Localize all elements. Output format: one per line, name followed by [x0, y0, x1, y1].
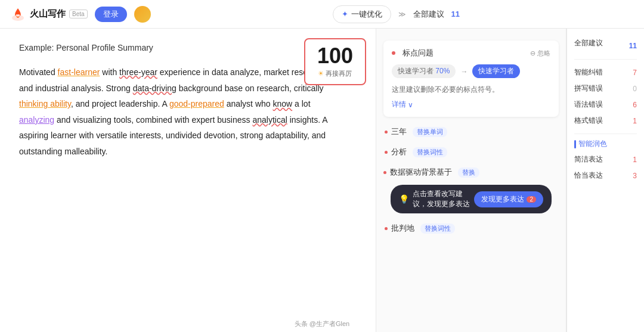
star-icon: ✦: [342, 10, 348, 18]
grammar-label: 语法错误: [574, 100, 603, 110]
sidebar-item-grammar[interactable]: 语法错误 6: [574, 97, 637, 113]
sidebar-divider-1: [574, 59, 637, 60]
card-dot-icon: [392, 51, 395, 55]
doc-content: Motivated fast-learner with three-year e…: [19, 64, 329, 160]
login-button[interactable]: 登录: [95, 7, 127, 22]
score-number: 100: [317, 45, 353, 67]
word-original: 快速学习者 70%: [392, 64, 456, 78]
logo-text: 火山写作: [30, 8, 66, 20]
bulb-icon: 💡: [399, 194, 409, 204]
logo-area: 火山写作 Beta: [10, 6, 88, 23]
all-suggestions-count: 11: [629, 42, 637, 50]
sidebar-divider-2: [574, 134, 637, 134]
card-header: 标点问题 ⊖ 忽略: [392, 48, 550, 58]
section-tag-0[interactable]: 替换单词: [413, 127, 447, 137]
section-text-1: 分析: [391, 147, 407, 157]
beta-badge: Beta: [69, 10, 88, 18]
logo-icon: [10, 6, 26, 23]
section-item-1: 分析 替换词性: [376, 142, 566, 162]
grammar-count: 6: [633, 101, 637, 109]
category-bar-icon: [574, 140, 576, 148]
text-and2: and visualizing tools, combined with exp…: [54, 115, 252, 125]
sidebar-item-format[interactable]: 格式错误 1: [574, 113, 637, 129]
score-box: 100 ☀ 再接再厉: [304, 38, 366, 85]
text-thinking-ability[interactable]: thinking ability: [19, 99, 71, 108]
right-sidebar: 全部建议 11 智能纠错 7 拼写错误 0 语法错误 6 格式错误 1 智能润色…: [566, 29, 644, 332]
smart-correct-label: 智能纠错: [574, 67, 603, 77]
card-title: 标点问题: [392, 48, 434, 58]
text-data-driving[interactable]: data-driving: [133, 83, 177, 93]
appropriate-label: 恰当表达: [574, 170, 603, 181]
sidebar-item-concise[interactable]: 简洁表达 1: [574, 151, 637, 167]
spelling-label: 拼写错误: [574, 83, 603, 94]
header: 火山写作 Beta 登录 ✦ 一键优化 ≫ 全部建议 11: [0, 0, 644, 29]
discover-button[interactable]: 发现更多表达 2: [474, 191, 543, 207]
tooltip-text: 点击查看改写建议，发现更多表达: [413, 189, 470, 209]
sun-icon: ☀: [318, 70, 324, 77]
section-tag-2[interactable]: 替换: [458, 167, 479, 178]
discover-count: 2: [527, 196, 536, 203]
optimize-button[interactable]: ✦ 一键优化: [333, 5, 391, 23]
section-dot-icon-1: [385, 151, 388, 154]
text-alot: a lot: [292, 99, 310, 108]
text-analyzing[interactable]: analyzing: [19, 115, 54, 125]
appropriate-count: 3: [633, 172, 637, 180]
score-sub: ☀ 再接再厉: [317, 69, 353, 78]
text-motivated: Motivated: [19, 67, 58, 77]
smart-correct-count: 7: [633, 69, 637, 77]
section-text-2: 数据驱动背景基于: [390, 167, 452, 178]
section-item-3: 批判地 替换词性: [376, 218, 566, 238]
score-sub-text: 再接再厉: [326, 69, 352, 78]
concise-count: 1: [633, 156, 637, 164]
format-label: 格式错误: [574, 116, 603, 126]
middle-panel: 标点问题 ⊖ 忽略 快速学习者 70% → 快速学习者 这里建议删除不必要的标点…: [376, 29, 566, 332]
format-count: 1: [633, 117, 637, 125]
concise-label: 简洁表达: [574, 154, 603, 165]
ignore-label: 忽略: [537, 49, 550, 58]
card-title-text: 标点问题: [402, 48, 434, 58]
arrow-icon: →: [460, 67, 467, 76]
text-know[interactable]: know: [273, 99, 292, 108]
ignore-button[interactable]: ⊖ 忽略: [530, 49, 550, 58]
suggestions-count: 11: [451, 10, 460, 18]
text-fast-learner[interactable]: fast-learner: [58, 67, 100, 77]
tooltip-bar: 💡 点击查看改写建议，发现更多表达 发现更多表达 2: [391, 185, 552, 213]
avatar[interactable]: [134, 6, 151, 23]
main-area: Example: Personal Profile Summary Motiva…: [0, 29, 644, 332]
text-and: , and project leadership. A: [71, 99, 169, 108]
section-tag-1[interactable]: 替换词性: [413, 147, 447, 157]
ignore-icon: ⊖: [530, 49, 535, 57]
section-dot-icon: [385, 131, 388, 134]
suggestion-card-punctuation: 标点问题 ⊖ 忽略 快速学习者 70% → 快速学习者 这里建议删除不必要的标点…: [383, 41, 559, 117]
watermark: 头条 @生产者Glen: [295, 319, 349, 328]
section-tag-3[interactable]: 替换词性: [420, 224, 455, 234]
section-text-0: 三年: [391, 126, 407, 137]
text-with: with: [100, 67, 119, 77]
text-analytical[interactable]: analytical: [252, 115, 287, 125]
discover-label: 发现更多表达: [481, 194, 524, 204]
card-detail[interactable]: 详情 ∨: [392, 100, 550, 110]
all-suggestions-title: 全部建议: [574, 38, 603, 48]
card-desc: 这里建议删除不必要的标点符号。: [392, 84, 550, 95]
tooltip-area: 💡 点击查看改写建议，发现更多表达 发现更多表达 2: [376, 185, 566, 218]
optimize-label: 一键优化: [351, 9, 382, 20]
detail-label: 详情: [392, 100, 406, 110]
word-options: 快速学习者 70% → 快速学习者: [392, 64, 550, 78]
sidebar-category-smart: 智能润色: [574, 139, 637, 149]
text-good-prepared[interactable]: good-prepared: [169, 99, 224, 108]
word-suggest[interactable]: 快速学习者: [472, 64, 520, 78]
section-item-2: 数据驱动背景基于 替换: [383, 165, 559, 180]
header-center: ✦ 一键优化 ≫ 全部建议 11: [158, 5, 634, 23]
sidebar-item-appropriate[interactable]: 恰当表达 3: [574, 167, 637, 184]
text-three-year[interactable]: three-year: [119, 67, 157, 77]
spelling-count: 0: [633, 85, 637, 93]
tooltip-row: 数据驱动背景基于 替换: [376, 162, 566, 182]
editor-area: Example: Personal Profile Summary Motiva…: [0, 29, 376, 332]
text-bg: background base on research, critically: [177, 83, 324, 93]
sidebar-item-smart-correct[interactable]: 智能纠错 7: [574, 64, 637, 80]
suggestions-label: 全部建议: [413, 9, 444, 20]
sidebar-item-spelling[interactable]: 拼写错误 0: [574, 80, 637, 97]
section-dot-icon-3: [385, 227, 388, 230]
chevron-right-icon: ≫: [398, 10, 406, 18]
section-text-3: 批判地: [391, 223, 414, 234]
